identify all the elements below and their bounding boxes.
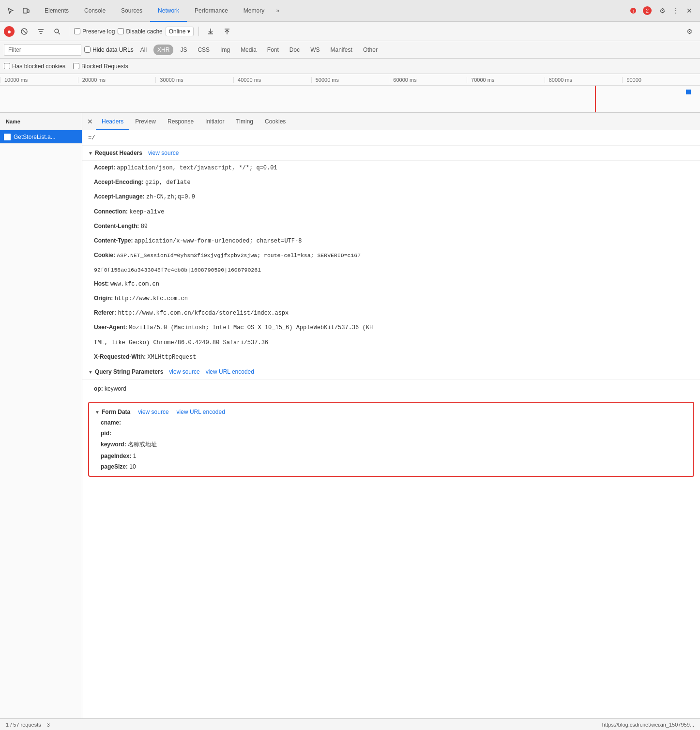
form-data-collapse-icon[interactable]: ▼ xyxy=(95,410,100,415)
filter-type-img[interactable]: Img xyxy=(216,45,234,55)
timeline-labels: 10000 ms 20000 ms 30000 ms 40000 ms 5000… xyxy=(0,74,700,86)
form-data-view-url-encoded-link[interactable]: view URL encoded xyxy=(177,409,225,415)
filter-type-manifest[interactable]: Manifest xyxy=(327,45,356,55)
svg-point-6 xyxy=(55,29,59,33)
timeline-label-8: 80000 ms xyxy=(545,77,623,83)
tab-performance[interactable]: Performance xyxy=(187,0,236,22)
filter-type-other[interactable]: Other xyxy=(359,45,381,55)
svg-text:!: ! xyxy=(632,9,634,14)
timeline-label-9: 90000 xyxy=(622,77,700,83)
close-devtools-icon[interactable]: ✕ xyxy=(683,4,696,17)
header-referer: Referer: http://www.kfc.com.cn/kfccda/st… xyxy=(82,306,700,320)
header-host: Host: www.kfc.com.cn xyxy=(82,277,700,291)
request-name: GetStoreList.a... xyxy=(14,134,56,140)
network-toolbar: ● Preserve log Disable cache Online ▾ ⚙ xyxy=(0,22,700,41)
tab-response[interactable]: Response xyxy=(162,113,199,130)
filter-row: Hide data URLs All XHR JS CSS Img Media … xyxy=(0,41,700,59)
main-panel: Name GetStoreList.a... ✕ Headers Preview… xyxy=(0,113,700,730)
query-string-title: ▼ Query String Parameters xyxy=(88,368,163,375)
device-icon[interactable] xyxy=(19,4,33,17)
timeline: 10000 ms 20000 ms 30000 ms 40000 ms 5000… xyxy=(0,74,700,113)
tab-sources[interactable]: Sources xyxy=(113,0,150,22)
disable-cache-checkbox[interactable]: Disable cache xyxy=(118,28,162,35)
url-partial-text: =/ xyxy=(88,135,95,141)
header-cookie-cont: 92f0f158ac16a3433048f7e4eb8b|1608790590|… xyxy=(82,263,700,277)
query-string-section-header: ▼ Query String Parameters view source vi… xyxy=(82,365,700,380)
request-headers-section-header: ▼ Request Headers view source xyxy=(82,146,700,161)
tab-network[interactable]: Network xyxy=(150,0,187,22)
tab-memory[interactable]: Memory xyxy=(236,0,272,22)
stop-recording-button[interactable] xyxy=(17,25,31,38)
blocked-row: Has blocked cookies Blocked Requests xyxy=(0,59,700,74)
page-url: https://blog.csdn.net/weixin_1507959... xyxy=(602,722,694,728)
cursor-icon[interactable] xyxy=(4,4,17,17)
tab-cookies[interactable]: Cookies xyxy=(259,113,291,130)
filter-type-all[interactable]: All xyxy=(137,45,151,55)
more-tabs-button[interactable]: » xyxy=(272,7,283,14)
svg-rect-0 xyxy=(23,8,27,13)
network-settings-button[interactable]: ⚙ xyxy=(683,25,696,38)
export-har-button[interactable] xyxy=(220,25,234,38)
header-accept-language: Accept-Language: zh-CN,zh;q=0.9 xyxy=(82,190,700,204)
throttle-select[interactable]: Online ▾ xyxy=(166,27,194,36)
filter-type-media[interactable]: Media xyxy=(237,45,260,55)
record-button[interactable]: ● xyxy=(4,26,15,37)
svg-line-5 xyxy=(23,30,26,33)
form-data-keyword: keyword: 名称或地址 xyxy=(89,439,693,451)
collapse-triangle-icon[interactable]: ▼ xyxy=(88,151,93,156)
filter-input[interactable] xyxy=(4,44,81,56)
form-data-pagesize: pageSize: 10 xyxy=(89,461,693,472)
tab-preview[interactable]: Preview xyxy=(129,113,162,130)
header-cookie: Cookie: ASP.NET_SessionId=0yhsm3fi0xjvgj… xyxy=(82,248,700,262)
network-request-item[interactable]: GetStoreList.a... xyxy=(0,130,82,144)
filter-type-css[interactable]: CSS xyxy=(194,45,213,55)
right-panel: ✕ Headers Preview Response Initiator Tim… xyxy=(82,113,700,730)
error-icon[interactable]: ! xyxy=(626,4,640,17)
header-user-agent: User-Agent: Mozilla/5.0 (Macintosh; Inte… xyxy=(82,320,700,335)
header-accept-encoding: Accept-Encoding: gzip, deflate xyxy=(82,175,700,190)
form-data-pid: pid: xyxy=(89,428,693,439)
filter-type-xhr[interactable]: XHR xyxy=(153,45,173,55)
preserve-log-checkbox[interactable]: Preserve log xyxy=(74,28,115,35)
tab-elements[interactable]: Elements xyxy=(37,0,76,22)
has-blocked-cookies-checkbox[interactable]: Has blocked cookies xyxy=(4,63,65,70)
query-view-source-link[interactable]: view source xyxy=(169,368,199,375)
header-origin: Origin: http://www.kfc.com.cn xyxy=(82,291,700,306)
svg-rect-1 xyxy=(27,10,29,13)
request-type-icon xyxy=(4,134,11,140)
query-collapse-icon[interactable]: ▼ xyxy=(88,369,93,375)
timeline-label-6: 60000 ms xyxy=(389,77,467,83)
form-data-view-source-link[interactable]: view source xyxy=(138,409,168,415)
close-panel-button[interactable]: ✕ xyxy=(86,118,94,125)
query-string-params: op: keyword xyxy=(82,380,700,398)
form-data-box: ▼ Form Data view source view URL encoded… xyxy=(88,402,694,477)
form-data-section-header: ▼ Form Data view source view URL encoded xyxy=(89,407,693,417)
request-headers-title: ▼ Request Headers xyxy=(88,150,142,156)
form-data-cname: cname: xyxy=(89,417,693,428)
import-har-button[interactable] xyxy=(204,25,217,38)
blocked-requests-checkbox[interactable]: Blocked Requests xyxy=(73,63,128,70)
error-badge: 2 xyxy=(643,6,652,15)
name-column-header: Name xyxy=(0,113,82,130)
query-view-url-encoded-link[interactable]: view URL encoded xyxy=(206,368,254,375)
more-options-icon[interactable]: ⋮ xyxy=(669,4,683,17)
param-op: op: keyword xyxy=(82,383,700,394)
tab-headers[interactable]: Headers xyxy=(96,113,129,130)
requests-count: 1 / 57 requests xyxy=(6,722,41,728)
tab-initiator[interactable]: Initiator xyxy=(199,113,230,130)
tab-timing[interactable]: Timing xyxy=(230,113,259,130)
header-x-requested-with: X-Requested-With: XMLHttpRequest xyxy=(82,350,700,365)
panel-tabs: ✕ Headers Preview Response Initiator Tim… xyxy=(82,113,700,130)
settings-icon[interactable]: ⚙ xyxy=(655,4,669,17)
filter-type-font[interactable]: Font xyxy=(263,45,283,55)
view-source-link[interactable]: view source xyxy=(148,150,179,156)
hide-data-urls-checkbox[interactable]: Hide data URLs xyxy=(84,46,134,53)
filter-type-ws[interactable]: WS xyxy=(306,45,323,55)
filter-type-doc[interactable]: Doc xyxy=(286,45,304,55)
tab-console[interactable]: Console xyxy=(76,0,113,22)
filter-type-js[interactable]: JS xyxy=(176,45,191,55)
search-button[interactable] xyxy=(50,25,64,38)
header-content-length: Content-Length: 89 xyxy=(82,219,700,234)
filter-toggle-button[interactable] xyxy=(34,25,47,38)
timeline-label-1: 10000 ms xyxy=(0,77,78,83)
